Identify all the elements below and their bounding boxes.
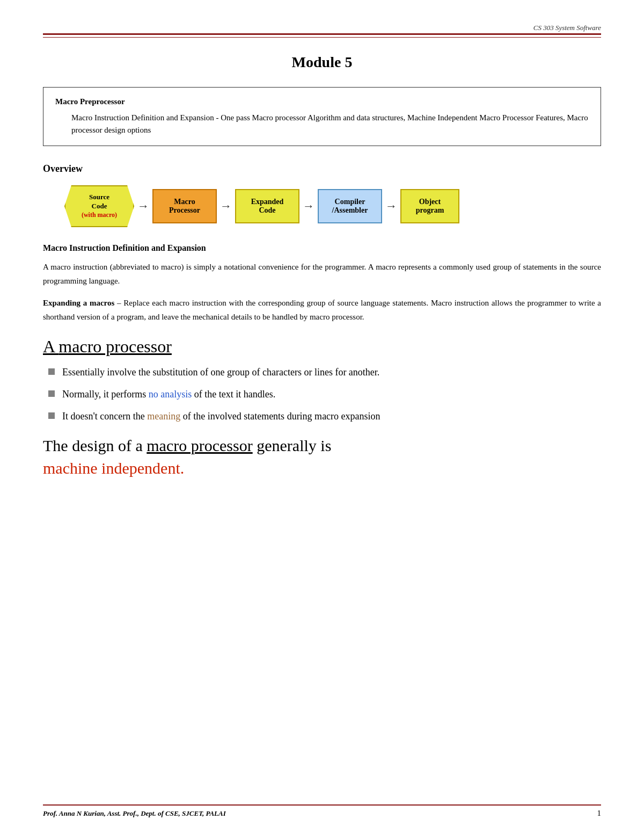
macro-processor-label: MacroProcessor xyxy=(169,198,200,215)
expanded-code-box: ExpandedCode xyxy=(235,189,299,223)
bottom-line1-underline: macro processor xyxy=(147,437,252,454)
heading-prefix: A xyxy=(43,337,58,356)
syllabus-box-title: Macro Preprocessor xyxy=(55,97,589,106)
footer-page-number: 1 xyxy=(597,809,602,818)
arrow-2: → xyxy=(220,199,232,213)
heading-underlined: macro processor xyxy=(58,337,172,356)
syllabus-box: Macro Preprocessor Macro Instruction Def… xyxy=(43,87,601,146)
with-macro-label: (with macro) xyxy=(82,211,117,220)
bottom-large-text: The design of a macro processor generall… xyxy=(43,434,601,480)
macro-def-para1: A macro instruction (abbreviated to macr… xyxy=(43,260,601,288)
arrow-3: → xyxy=(303,199,314,213)
footer: Prof. Anna N Kurian, Asst. Prof., Dept. … xyxy=(43,804,601,818)
arrow-1: → xyxy=(137,199,149,213)
macro-processor-bullets: Essentially involve the substitution of … xyxy=(48,365,601,424)
arrow-4: → xyxy=(385,199,397,213)
bullet-item-1: Essentially involve the substitution of … xyxy=(48,365,601,380)
source-code-box: SourceCode (with macro) xyxy=(64,185,134,227)
bullet-square-2 xyxy=(48,390,55,397)
object-program-box: Objectprogram xyxy=(400,189,459,223)
bullet-square-3 xyxy=(48,412,55,419)
syllabus-box-content: Macro Instruction Definition and Expansi… xyxy=(55,112,589,136)
bottom-line2-red: machine independent. xyxy=(43,459,184,477)
overview-heading: Overview xyxy=(43,163,601,175)
header-line-thick xyxy=(43,33,601,35)
footer-author: Prof. Anna N Kurian, Asst. Prof., Dept. … xyxy=(43,809,226,818)
bullet-item-2: Normally, it performs no analysis of the… xyxy=(48,387,601,402)
bullet-item-3: It doesn't concern the meaning of the in… xyxy=(48,409,601,424)
macro-processor-box: MacroProcessor xyxy=(152,189,217,223)
macro-flow-diagram: SourceCode (with macro) → MacroProcessor… xyxy=(64,185,601,227)
bottom-line1-suffix: generally is xyxy=(253,437,332,454)
macro-def-heading: Macro Instruction Definition and Expansi… xyxy=(43,243,601,253)
course-label: CS 303 System Software xyxy=(43,21,601,33)
object-program-label: Objectprogram xyxy=(416,198,444,215)
expanding-macros-term: Expanding a macros xyxy=(43,299,114,307)
macro-processor-heading: A macro processor xyxy=(43,337,601,357)
compiler-assembler-box: Compiler/Assembler xyxy=(318,189,382,223)
expanded-code-label: ExpandedCode xyxy=(251,198,284,215)
header-bar: CS 303 System Software xyxy=(43,21,601,38)
header-line-thin xyxy=(43,37,601,38)
no-analysis-highlight: no analysis xyxy=(149,389,192,400)
macro-def-para2: Expanding a macros – Replace each macro … xyxy=(43,296,601,324)
bullet-text-2: Normally, it performs no analysis of the… xyxy=(62,387,601,402)
bullet-square-1 xyxy=(48,368,55,375)
bullet-text-3: It doesn't concern the meaning of the in… xyxy=(62,409,601,424)
bullet-text-1: Essentially involve the substitution of … xyxy=(62,365,601,380)
meaning-highlight: meaning xyxy=(147,411,180,422)
bottom-line1-prefix: The design of a xyxy=(43,437,147,454)
source-code-label: SourceCode (with macro) xyxy=(82,193,117,219)
page: CS 303 System Software Module 5 Macro Pr… xyxy=(0,0,644,834)
module-title: Module 5 xyxy=(43,54,601,71)
compiler-assembler-label: Compiler/Assembler xyxy=(332,198,368,215)
expanding-macros-rest: – Replace each macro instruction with th… xyxy=(43,299,601,321)
